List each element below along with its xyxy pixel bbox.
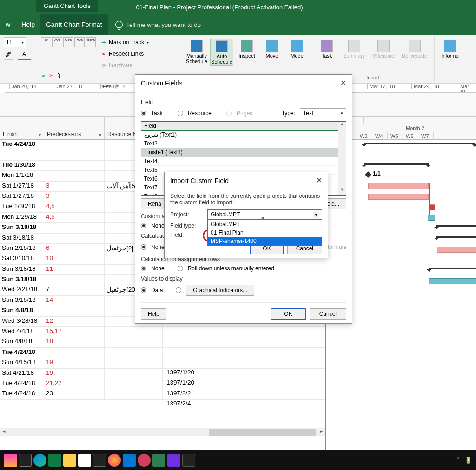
- help-menu[interactable]: Help: [16, 14, 40, 35]
- gantt-bar: [437, 247, 476, 253]
- field-label: Field:: [170, 232, 203, 238]
- mail-icon[interactable]: [93, 454, 106, 467]
- help-button[interactable]: Help: [141, 308, 166, 320]
- photos-icon[interactable]: [182, 454, 195, 467]
- respect-links-button[interactable]: ⚭Respect Links: [101, 49, 149, 59]
- milestone-label: 1/1: [373, 170, 381, 177]
- project-label: Project:: [170, 211, 203, 218]
- table-row[interactable]: Tue 4/24/18: [0, 348, 325, 358]
- inactivate-button[interactable]: ⊖Inactivate: [101, 60, 149, 71]
- cancel-button[interactable]: Cancel: [310, 308, 346, 320]
- move-button[interactable]: Move: [260, 39, 284, 59]
- graphical-indicators-button[interactable]: Graphical Indicators...: [186, 285, 254, 296]
- excel-icon[interactable]: [48, 454, 61, 467]
- mode-button[interactable]: Mode: [285, 39, 309, 59]
- field-section: Field: [141, 99, 346, 105]
- percent-complete-buttons[interactable]: 0% 25% 50% 75% 100%: [41, 37, 96, 71]
- firefox-icon[interactable]: [108, 454, 121, 467]
- list-item[interactable]: Finish-1 (Text3): [141, 148, 338, 157]
- table-row[interactable]: Tue 4/24/1821,22: [0, 379, 325, 389]
- unlink-tasks-icon[interactable]: ✂: [49, 72, 54, 79]
- deliverable-icon: [409, 40, 421, 52]
- tell-me-search[interactable]: Tell me what you want to do: [108, 21, 201, 28]
- graphical-radio[interactable]: [176, 287, 181, 293]
- vscode-icon[interactable]: [123, 454, 136, 467]
- auto-schedule-button[interactable]: Auto Schedule: [210, 39, 233, 66]
- menu-bar: w Help Gantt Chart Format Tell me what y…: [0, 14, 476, 35]
- manually-schedule-button[interactable]: Manually Schedule: [185, 39, 208, 65]
- sheet-hscroll[interactable]: ◄ ►: [0, 428, 325, 436]
- import-custom-field-dialog: Import Custom Field ✕ Select the field f…: [164, 172, 328, 258]
- move-icon: [266, 40, 278, 52]
- col-predecessors[interactable]: Predecessors▾: [44, 117, 105, 139]
- app-c-icon[interactable]: [138, 454, 151, 467]
- roll-down-radio[interactable]: [178, 266, 183, 271]
- mark-on-track-button[interactable]: ➡Mark on Track▾: [101, 37, 149, 47]
- deliverable-button[interactable]: Deliverable: [399, 39, 430, 59]
- paint-icon[interactable]: [167, 454, 180, 467]
- gantt-summary-bar: [364, 163, 429, 165]
- link-tasks-icon[interactable]: ⚭: [41, 72, 46, 79]
- table-row[interactable]: Tue 4/24/1823: [0, 389, 325, 399]
- summary-icon: [348, 40, 360, 52]
- view-menu[interactable]: w: [0, 14, 16, 35]
- project-dropdown-list: Global.MPT 01-Final Plan MSP-shamsi-1400: [207, 220, 322, 246]
- table-row[interactable]: Sun 4/15/1819: [0, 358, 325, 368]
- close-icon[interactable]: ✕: [340, 78, 346, 87]
- font-size-selector[interactable]: 11▾: [4, 37, 26, 47]
- task-radio[interactable]: [141, 111, 146, 116]
- mode-icon: [291, 40, 303, 52]
- battery-icon[interactable]: 🔋: [464, 457, 472, 464]
- tray-chevron-icon[interactable]: ˄: [457, 457, 460, 463]
- task-insert-button[interactable]: Task: [315, 39, 338, 59]
- list-item[interactable]: Text4: [141, 157, 338, 166]
- table-row[interactable]: Sat 4/21/1819: [0, 369, 325, 379]
- taskview-icon[interactable]: [19, 454, 32, 467]
- dropdown-option[interactable]: MSP-shamsi-1400: [208, 237, 322, 245]
- list-item[interactable]: Text2: [141, 139, 338, 148]
- gantt-bar: [368, 194, 429, 200]
- data-radio[interactable]: [141, 287, 146, 293]
- information-button[interactable]: Informa: [438, 39, 462, 59]
- none-radio-2[interactable]: [141, 244, 146, 250]
- date-cell: 1397/2/4: [165, 399, 196, 410]
- info-icon: [444, 40, 456, 52]
- start-thumbnail[interactable]: [4, 454, 17, 467]
- col-finish[interactable]: Finish▾: [0, 117, 44, 139]
- close-icon[interactable]: ✕: [316, 176, 322, 185]
- edge-icon[interactable]: [33, 454, 46, 467]
- none-radio-3[interactable]: [141, 266, 146, 271]
- type-selector[interactable]: Text▾: [300, 108, 346, 118]
- font-color-button[interactable]: A: [18, 51, 31, 60]
- milestone-button[interactable]: Milestone: [370, 39, 397, 59]
- link-line: [429, 183, 430, 215]
- inspect-button[interactable]: Inspect: [235, 39, 258, 59]
- summary-button[interactable]: Summary: [340, 39, 368, 59]
- title-bar: Gantt Chart Tools 01-Final Plan - Projec…: [0, 0, 476, 14]
- ms-project-icon[interactable]: [152, 454, 165, 467]
- ok-button[interactable]: OK: [271, 308, 305, 320]
- gantt-bar: [429, 278, 476, 284]
- resource-radio[interactable]: [178, 111, 183, 116]
- list-item[interactable]: شروع (Text1): [141, 131, 338, 139]
- store-icon[interactable]: [78, 454, 91, 467]
- font-group-label: [4, 80, 33, 81]
- pin-icon: [191, 40, 203, 52]
- gantt-bar: [430, 204, 435, 210]
- highlight-color-button[interactable]: 🖉: [4, 51, 13, 60]
- none-radio-1[interactable]: [141, 223, 146, 228]
- file-explorer-icon[interactable]: [63, 454, 76, 467]
- format-menu[interactable]: Gantt Chart Format: [40, 14, 108, 35]
- windows-taskbar[interactable]: ˄ 🔋: [0, 450, 476, 470]
- dialog-title: Import Custom Field: [170, 177, 229, 184]
- table-row[interactable]: Sun 4/8/1818: [0, 337, 325, 347]
- task-icon: [321, 40, 333, 52]
- split-task-icon[interactable]: ⤵: [58, 72, 60, 79]
- dropdown-option[interactable]: 01-Final Plan: [208, 228, 322, 237]
- table-row[interactable]: Wed 4/4/1815,17: [0, 327, 325, 337]
- dropdown-option[interactable]: Global.MPT: [208, 220, 322, 228]
- instruction-text: Select the field from the currently open…: [170, 193, 322, 206]
- chevron-down-icon[interactable]: ▾: [313, 211, 319, 218]
- field-list-scrollbar[interactable]: ▲ ▼: [338, 122, 346, 195]
- gantt-bar: [368, 183, 429, 189]
